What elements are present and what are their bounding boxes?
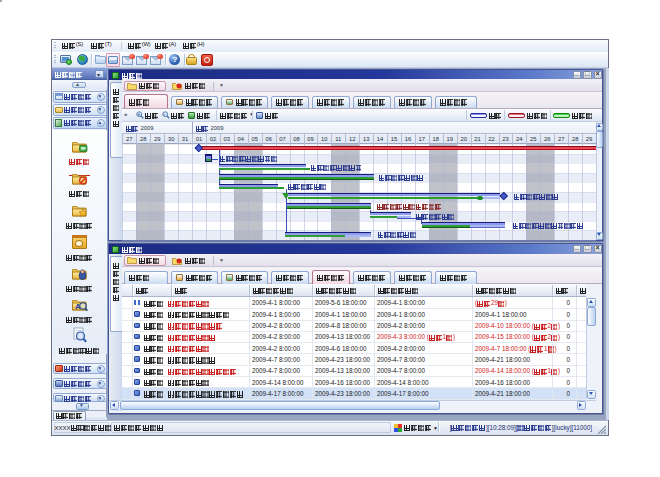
svg-text:+: +: [138, 112, 141, 117]
